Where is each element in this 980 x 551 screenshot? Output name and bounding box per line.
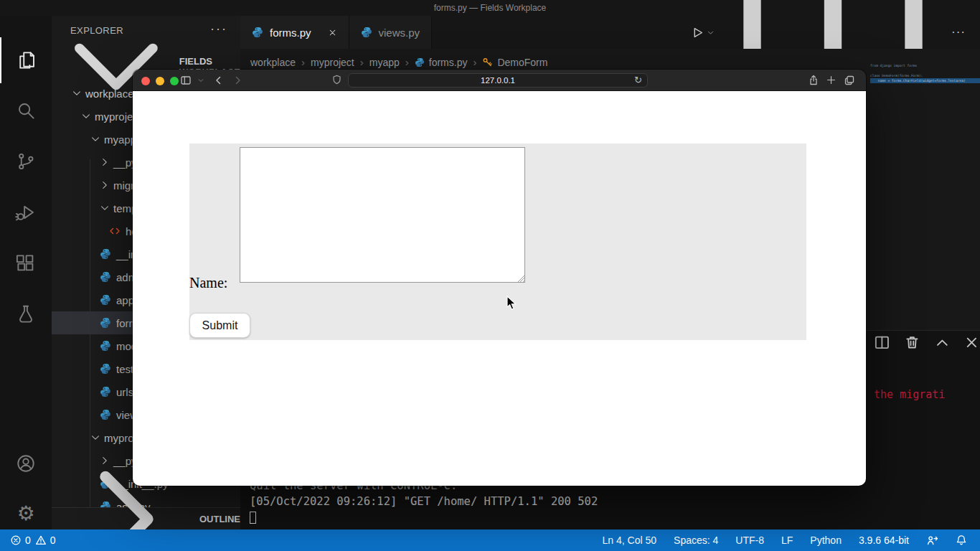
python-file-icon — [100, 409, 111, 420]
forward-button[interactable] — [232, 75, 243, 86]
maximize-panel-icon[interactable] — [934, 334, 951, 351]
chevron-right-icon — [100, 157, 110, 167]
python-file-icon — [252, 27, 263, 38]
status-bar: 0 0 Ln 4, Col 50 Spaces: 4 UTF-8 LF Pyth… — [0, 529, 980, 551]
browser-toolbar: 127.0.0.1 ↻ — [133, 70, 866, 91]
url-text: 127.0.0.1 — [481, 76, 515, 85]
address-bar[interactable]: 127.0.0.1 ↻ — [348, 73, 648, 88]
breadcrumb-label: forms.py — [429, 57, 468, 68]
refresh-icon[interactable]: ↻ — [634, 75, 642, 85]
minimap-current-line: name = forms.CharField(widget=forms.Text… — [870, 78, 980, 83]
minimap-line: from django import forms — [870, 63, 980, 68]
tab-forms-py[interactable]: forms.py — [240, 16, 349, 49]
textarea-resize-grip[interactable] — [517, 275, 524, 282]
cursor-position[interactable]: Ln 4, Col 50 — [603, 534, 657, 546]
run-python-file-button[interactable] — [692, 27, 715, 39]
explorer-more-actions-icon[interactable]: ··· — [210, 22, 227, 37]
chevron-down-icon — [90, 134, 100, 144]
tab-overview-icon[interactable] — [844, 75, 855, 86]
activity-explorer-icon[interactable] — [0, 37, 52, 83]
activity-account-icon[interactable] — [0, 441, 52, 486]
close-tab-icon[interactable] — [328, 28, 337, 37]
more-actions-icon[interactable]: ··· — [951, 25, 966, 39]
error-count: 0 — [25, 534, 31, 546]
warnings-indicator[interactable]: 0 — [35, 534, 56, 546]
outline-label: OUTLINE — [199, 514, 240, 524]
name-textarea[interactable] — [240, 147, 525, 283]
breadcrumb-label: workplace — [250, 57, 296, 68]
chevron-down-icon — [72, 88, 82, 98]
window-title: forms.py — Fields Workplace — [434, 3, 547, 13]
html-file-icon — [109, 225, 121, 237]
browser-viewport: Name: Submit — [133, 91, 866, 486]
chevron-down-icon — [81, 111, 91, 121]
terminal-error-fragment: the migrati — [874, 388, 945, 401]
sidebar-chevron-icon[interactable] — [197, 77, 204, 84]
encoding[interactable]: UTF-8 — [735, 534, 764, 546]
new-tab-icon[interactable] — [826, 75, 837, 85]
breadcrumb-item-DemoForm[interactable]: DemoForm — [482, 57, 547, 68]
breadcrumb-item-myapp[interactable]: myapp — [369, 57, 400, 68]
activity-extensions-icon[interactable] — [0, 240, 52, 286]
breadcrumb-separator: › — [360, 56, 364, 68]
python-file-icon — [100, 248, 111, 260]
breadcrumb-item-myproject[interactable]: myproject — [311, 57, 354, 68]
warning-count: 0 — [50, 534, 56, 546]
name-field-label: Name: — [189, 275, 227, 291]
class-symbol-icon — [482, 57, 493, 67]
python-file-icon — [415, 57, 425, 67]
breadcrumb-separator: › — [473, 56, 476, 68]
tree-item-label: myapp — [104, 133, 136, 146]
notifications-bell-icon[interactable] — [956, 534, 967, 546]
zoom-window-button[interactable] — [170, 77, 179, 85]
python-file-icon — [100, 294, 111, 306]
back-button[interactable] — [213, 75, 225, 86]
python-interpreter[interactable]: 3.9.6 64-bit — [859, 534, 909, 546]
python-file-icon — [100, 340, 111, 352]
outline-section[interactable]: OUTLINE — [52, 507, 240, 529]
error-icon — [10, 534, 22, 546]
chevron-down-icon — [100, 203, 110, 213]
split-terminal-icon[interactable] — [874, 334, 890, 351]
indentation[interactable]: Spaces: 4 — [674, 534, 718, 546]
tab-views-py[interactable]: views.py — [349, 16, 433, 49]
python-file-icon — [100, 363, 111, 375]
language-mode[interactable]: Python — [810, 534, 842, 546]
activity-search-icon[interactable] — [0, 88, 52, 133]
submit-button[interactable]: Submit — [189, 313, 250, 338]
kill-terminal-icon[interactable] — [904, 334, 920, 351]
panel-actions — [874, 334, 980, 351]
python-file-icon — [361, 27, 372, 38]
activity-testing-icon[interactable] — [0, 291, 52, 337]
breadcrumb: workplace›myproject›myapp›forms.py›DemoF… — [250, 56, 547, 68]
share-icon[interactable] — [808, 75, 819, 86]
breadcrumb-item-workplace[interactable]: workplace — [250, 57, 296, 68]
warning-icon — [35, 534, 47, 546]
minimap-line — [870, 68, 980, 73]
breadcrumb-item-forms-py[interactable]: forms.py — [415, 57, 468, 68]
eol-sequence[interactable]: LF — [781, 534, 793, 546]
minimize-window-button[interactable] — [156, 77, 164, 85]
browser-window: 127.0.0.1 ↻ Name: Submit — [133, 70, 866, 486]
breadcrumb-separator: › — [301, 56, 305, 68]
activity-bar: ⚙ — [0, 16, 52, 529]
activity-run-debug-icon[interactable] — [0, 189, 52, 235]
close-panel-icon[interactable] — [963, 334, 980, 351]
chevron-right-icon — [100, 180, 110, 190]
close-window-button[interactable] — [141, 77, 150, 85]
chevron-down-icon — [90, 433, 100, 443]
terminal-line: [05/Oct/2022 09:26:12] "GET /home/ HTTP/… — [250, 494, 598, 509]
tab-label: views.py — [379, 27, 420, 39]
minimap-line: class DemoForm(forms.Form): — [870, 73, 980, 78]
python-file-icon — [100, 317, 111, 329]
problems-indicator[interactable]: 0 — [10, 534, 31, 546]
privacy-shield-icon[interactable] — [331, 75, 342, 85]
minimap[interactable]: from django import formsclass DemoForm(f… — [870, 63, 980, 128]
feedback-icon[interactable] — [926, 534, 938, 547]
activity-source-control-icon[interactable] — [0, 138, 52, 184]
django-form-area: Name: Submit — [189, 143, 806, 340]
breadcrumb-label: myproject — [311, 57, 354, 68]
sidebar-toggle-icon[interactable] — [180, 75, 192, 86]
tree-item-label: workplace — [85, 88, 134, 100]
breadcrumb-label: DemoForm — [497, 57, 547, 68]
